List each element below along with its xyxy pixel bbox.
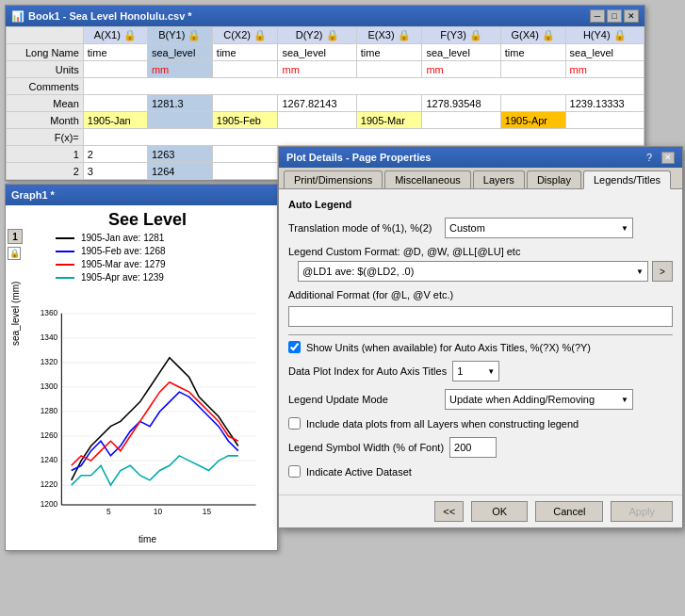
cell-month-hy4[interactable] (565, 112, 644, 129)
cell-mean-ax1[interactable] (83, 95, 147, 112)
tab-display[interactable]: Display (527, 170, 581, 188)
cell-units-by1[interactable]: mm (147, 61, 212, 78)
cell-month-gx4[interactable]: 1905-Apr (500, 112, 565, 129)
svg-text:1260: 1260 (40, 430, 57, 440)
dialog-close-button[interactable]: ✕ (661, 152, 675, 164)
data-plot-index-row: Data Plot Index for Auto Axis Titles 1 ▼ (288, 361, 673, 381)
cell-longname-gx4[interactable]: time (500, 44, 565, 61)
cell-2-by1[interactable]: 1264 (147, 163, 212, 180)
cell-mean-dy2[interactable]: 1267.82143 (278, 95, 356, 112)
cell-month-ax1[interactable]: 1905-Jan (83, 112, 147, 129)
cell-2-cx2[interactable] (212, 163, 278, 180)
cell-mean-gx4[interactable] (500, 95, 565, 112)
cell-1-by1[interactable]: 1263 (147, 146, 212, 163)
legend-format-arrow: ▼ (636, 267, 644, 276)
col-header-cx2[interactable]: C(X2) 🔒 (212, 27, 278, 44)
cancel-button[interactable]: Cancel (535, 501, 603, 522)
cell-longname-hy4[interactable]: sea_level (565, 44, 644, 61)
cell-month-ex3[interactable]: 1905-Mar (356, 112, 422, 129)
row-mean: Mean 1281.3 1267.82143 1278.93548 1239.1… (7, 95, 644, 112)
cell-longname-cx2[interactable]: time (212, 44, 278, 61)
svg-text:10: 10 (153, 507, 162, 516)
translation-mode-label: Translation mode of %(1), %(2) (288, 222, 439, 234)
col-header-fy3[interactable]: F(Y3) 🔒 (422, 27, 500, 44)
tab-print-dimensions[interactable]: Print/Dimensions (284, 170, 383, 188)
cell-month-cx2[interactable]: 1905-Feb (212, 112, 278, 129)
svg-text:1280: 1280 (40, 406, 57, 415)
svg-text:1320: 1320 (40, 357, 57, 366)
legend-format-dropdown[interactable]: @LD1 ave: $(@LD2, .0) ▼ (298, 261, 648, 282)
close-button[interactable]: ✕ (624, 9, 639, 23)
cell-longname-dy2[interactable]: sea_level (278, 44, 356, 61)
legend-label-4: 1905-Apr ave: 1239 (81, 271, 164, 284)
cell-units-gx4[interactable] (500, 61, 565, 78)
cell-month-by1[interactable] (147, 112, 212, 129)
translation-mode-dropdown[interactable]: Custom ▼ (445, 218, 633, 238)
cell-mean-by1[interactable]: 1281.3 (147, 95, 212, 112)
col-header-ax1[interactable]: A(X1) 🔒 (83, 27, 147, 44)
svg-text:15: 15 (202, 507, 211, 516)
show-units-row: Show Units (when available) for Auto Axi… (288, 341, 673, 353)
indicate-active-checkbox[interactable] (288, 465, 301, 478)
cell-longname-fy3[interactable]: sea_level (422, 44, 500, 61)
col-header-dy2[interactable]: D(Y2) 🔒 (278, 27, 356, 44)
cell-2-ax1[interactable]: 3 (83, 163, 147, 180)
cell-units-cx2[interactable] (212, 61, 278, 78)
cell-units-ax1[interactable] (83, 61, 147, 78)
col-header-hy4[interactable]: H(Y4) 🔒 (565, 27, 644, 44)
nav-back-button[interactable]: << (434, 501, 464, 522)
legend-item-2: 1905-Feb ave: 1268 (56, 245, 272, 258)
cell-units-fy3[interactable]: mm (422, 61, 500, 78)
dialog-titlebar: Plot Details - Page Properties ? ✕ (279, 147, 682, 168)
cell-longname-by1[interactable]: sea_level (147, 44, 212, 61)
cell-mean-ex3[interactable] (356, 95, 422, 112)
cell-mean-fy3[interactable]: 1278.93548 (422, 95, 500, 112)
legend-update-mode-arrow: ▼ (621, 396, 628, 404)
legend-update-mode-dropdown[interactable]: Update when Adding/Removing ▼ (445, 389, 633, 410)
minimize-button[interactable]: ─ (590, 9, 605, 23)
cell-month-fy3[interactable] (422, 112, 500, 129)
show-units-checkbox[interactable] (288, 341, 301, 353)
cell-units-ex3[interactable] (356, 61, 422, 78)
additional-format-section: Additional Format (for @L, @V etc.) (288, 289, 673, 327)
cell-month-dy2[interactable] (278, 112, 356, 129)
col-header-gx4[interactable]: G(X4) 🔒 (500, 27, 565, 44)
graph-titlebar: Graph1 * (6, 185, 277, 205)
data-plot-index-dropdown[interactable]: 1 ▼ (452, 361, 499, 381)
legend-label-1: 1905-Jan ave: 1281 (81, 232, 164, 245)
legend-symbol-width-input[interactable] (449, 437, 497, 458)
col-header-by1[interactable]: B(Y1) 🔒 (147, 27, 212, 44)
legend-item-1: 1905-Jan ave: 1281 (56, 232, 272, 245)
cell-mean-cx2[interactable] (212, 95, 278, 112)
apply-button[interactable]: Apply (611, 501, 673, 522)
include-data-plots-checkbox[interactable] (288, 417, 301, 430)
legend-format-next-button[interactable]: > (652, 261, 673, 282)
cell-comments[interactable] (83, 78, 644, 95)
legend-format-row: @LD1 ave: $(@LD2, .0) ▼ > (298, 261, 673, 282)
legend-label-3: 1905-Mar ave: 1279 (81, 258, 166, 271)
cell-longname-ex3[interactable]: time (356, 44, 422, 61)
include-data-plots-label: Include data plots from all Layers when … (306, 418, 579, 430)
legend-custom-format-label: Legend Custom Format: @D, @W, @LL[@LU] e… (288, 246, 673, 257)
help-button[interactable]: ? (646, 152, 652, 163)
cell-1-cx2[interactable] (212, 146, 278, 163)
row-month: Month 1905-Jan 1905-Feb 1905-Mar 1905-Ap… (7, 112, 644, 129)
ok-button[interactable]: OK (471, 501, 528, 522)
tab-layers[interactable]: Layers (473, 170, 525, 188)
cell-mean-hy4[interactable]: 1239.13333 (565, 95, 644, 112)
tab-miscellaneous[interactable]: Miscellaneous (384, 170, 471, 188)
cell-longname-ax1[interactable]: time (83, 44, 147, 61)
row-label-fx: F(x)= (7, 129, 84, 146)
data-plot-index-label: Data Plot Index for Auto Axis Titles (288, 365, 447, 377)
graph-title-text: Graph1 * (11, 189, 55, 201)
cell-units-hy4[interactable]: mm (565, 61, 644, 78)
graph-layer-badge: 1 (8, 229, 23, 244)
cell-1-ax1[interactable]: 2 (83, 146, 147, 163)
maximize-button[interactable]: □ (607, 9, 622, 23)
additional-format-input[interactable] (288, 306, 673, 327)
tab-legends-titles[interactable]: Legends/Titles (583, 170, 671, 189)
col-header-ex3[interactable]: E(X3) 🔒 (356, 27, 422, 44)
cell-fx[interactable] (83, 129, 644, 146)
cell-units-dy2[interactable]: mm (278, 61, 356, 78)
chart-legend: 1905-Jan ave: 1281 1905-Feb ave: 1268 19… (56, 232, 272, 284)
